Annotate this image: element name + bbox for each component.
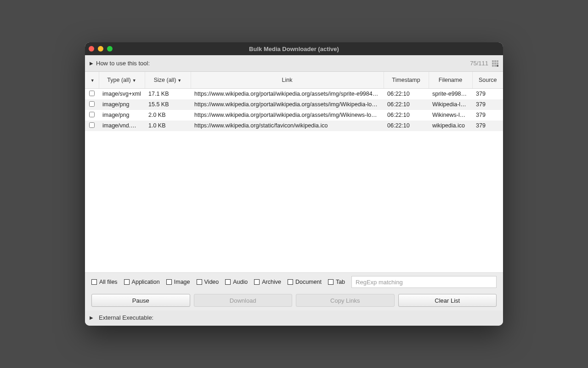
cell-timestamp: 06:22:10 (384, 121, 429, 131)
filter-document[interactable]: Document (288, 279, 322, 285)
column-header-size[interactable]: Size (all)▼ (145, 72, 191, 88)
help-label: How to use this tool: (96, 60, 150, 67)
chevron-right-icon: ▶ (90, 61, 93, 66)
column-header-select[interactable]: ▼ (85, 72, 99, 88)
cell-size: 2.0 KB (145, 110, 191, 121)
cell-link: https://www.wikipedia.org/portal/wikiped… (191, 88, 384, 99)
pause-button[interactable]: Pause (91, 294, 190, 307)
cell-filename: Wikinews-logo… (429, 110, 472, 121)
table-row[interactable]: image/svg+xml17.1 KBhttps://www.wikipedi… (85, 88, 503, 99)
external-executable-bar[interactable]: ▶ External Executable: (85, 310, 503, 326)
row-checkbox[interactable] (89, 101, 95, 107)
cell-source: 379 (472, 99, 503, 110)
cell-size: 1.0 KB (145, 121, 191, 131)
filter-audio[interactable]: Audio (225, 279, 248, 285)
cell-filename: sprite-e99844f… (429, 88, 472, 99)
table-header-row: ▼ Type (all)▼ Size (all)▼ Link Timestamp… (85, 72, 503, 88)
cell-source: 379 (472, 110, 503, 121)
column-header-type[interactable]: Type (all)▼ (99, 72, 145, 88)
cell-link: https://www.wikipedia.org/static/favicon… (191, 121, 384, 131)
cell-filename: wikipedia.ico (429, 121, 472, 131)
titlebar[interactable]: Bulk Media Downloader (active) (85, 42, 503, 55)
cell-type: image/vnd.micr… (99, 121, 145, 131)
caret-down-icon: ▼ (177, 78, 181, 83)
row-checkbox[interactable] (89, 112, 95, 117)
cell-size: 15.5 KB (145, 99, 191, 110)
window-title: Bulk Media Downloader (active) (85, 46, 503, 52)
help-bar[interactable]: ▶ How to use this tool: 75/111 (85, 55, 503, 72)
grid-icon[interactable] (492, 60, 498, 67)
cell-link: https://www.wikipedia.org/portal/wikiped… (191, 99, 384, 110)
copy-links-button[interactable]: Copy Links (296, 294, 395, 307)
cell-type: image/svg+xml (99, 88, 145, 99)
table-empty-area (85, 131, 503, 273)
cell-type: image/png (99, 99, 145, 110)
caret-down-icon: ▼ (132, 78, 136, 83)
filter-application[interactable]: Application (124, 279, 160, 285)
cell-source: 379 (472, 121, 503, 131)
table-row[interactable]: image/png2.0 KBhttps://www.wikipedia.org… (85, 110, 503, 121)
cell-source: 379 (472, 88, 503, 99)
row-checkbox[interactable] (89, 122, 95, 128)
clear-list-button[interactable]: Clear List (398, 294, 497, 307)
chevron-right-icon: ▶ (90, 315, 93, 320)
filter-allfiles[interactable]: All files (91, 279, 118, 285)
table-row[interactable]: image/vnd.micr…1.0 KBhttps://www.wikiped… (85, 121, 503, 131)
filter-tab[interactable]: Tab (328, 279, 345, 285)
row-checkbox[interactable] (89, 91, 95, 96)
column-header-timestamp[interactable]: Timestamp (384, 72, 429, 88)
column-header-source[interactable]: Source (472, 72, 503, 88)
external-exec-label: External Executable: (99, 314, 153, 321)
cell-type: image/png (99, 110, 145, 121)
button-bar: Pause Download Copy Links Clear List (85, 291, 503, 310)
item-count: 75/111 (470, 60, 488, 67)
cell-link: https://www.wikipedia.org/portal/wikiped… (191, 110, 384, 121)
table-row[interactable]: image/png15.5 KBhttps://www.wikipedia.or… (85, 99, 503, 110)
caret-down-icon: ▼ (90, 78, 95, 83)
app-window: Bulk Media Downloader (active) ▶ How to … (85, 42, 503, 326)
column-header-link[interactable]: Link (191, 72, 384, 88)
filter-archive[interactable]: Archive (254, 279, 281, 285)
filter-bar: All files Application Image Video Audio … (85, 272, 503, 291)
filter-video[interactable]: Video (197, 279, 219, 285)
cell-size: 17.1 KB (145, 88, 191, 99)
regex-input[interactable] (351, 276, 497, 288)
download-button[interactable]: Download (194, 294, 293, 307)
filter-image[interactable]: Image (166, 279, 190, 285)
column-header-filename[interactable]: Filename (429, 72, 472, 88)
cell-timestamp: 06:22:10 (384, 99, 429, 110)
cell-filename: Wikipedia-log… (429, 99, 472, 110)
cell-timestamp: 06:22:10 (384, 110, 429, 121)
downloads-table: ▼ Type (all)▼ Size (all)▼ Link Timestamp… (85, 72, 503, 272)
cell-timestamp: 06:22:10 (384, 88, 429, 99)
